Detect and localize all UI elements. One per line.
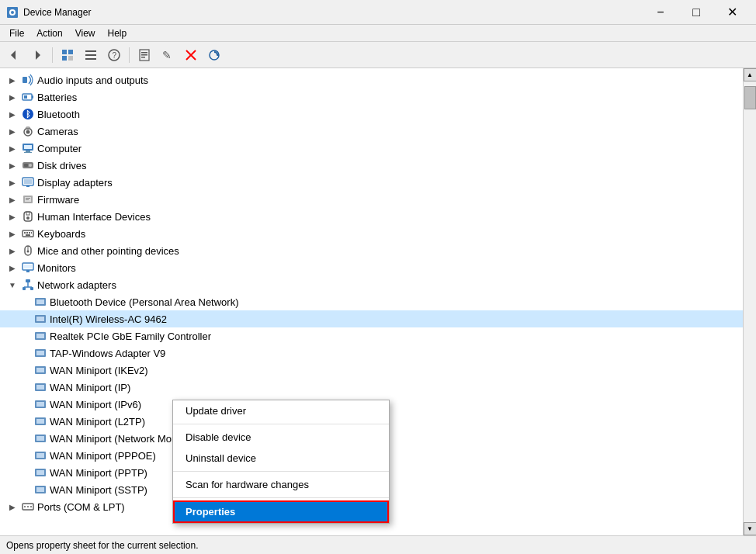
tree-item-cameras[interactable]: ▶ Cameras: [0, 123, 743, 140]
close-button[interactable]: ✕: [714, 0, 750, 25]
expand-bt-device: [19, 296, 31, 308]
svg-rect-62: [26, 279, 30, 282]
svg-point-49: [26, 216, 29, 220]
vertical-scrollbar[interactable]: ▲ ▼: [743, 68, 756, 535]
expand-wan-l2tp: [19, 415, 31, 428]
toolbar-back[interactable]: [3, 44, 25, 66]
svg-rect-73: [36, 334, 44, 338]
maximize-button[interactable]: □: [678, 0, 714, 25]
menu-view[interactable]: View: [69, 26, 102, 40]
svg-rect-51: [24, 232, 26, 234]
expand-mice[interactable]: ▶: [6, 244, 19, 257]
scroll-thumb[interactable]: [744, 86, 756, 109]
tree-item-display[interactable]: ▶ Display adapters: [0, 174, 743, 191]
ctx-disable-device[interactable]: Disable device: [173, 427, 389, 448]
device-tree[interactable]: ▶ Audio inputs and outputs ▶ Batteries ▶…: [0, 68, 743, 535]
toolbar-update[interactable]: ✎: [157, 44, 179, 66]
label-computer: Computer: [37, 143, 81, 154]
menu-action[interactable]: Action: [30, 26, 68, 40]
ctx-uninstall-device[interactable]: Uninstall device: [173, 448, 389, 469]
icon-wan-l2tp: [33, 414, 47, 428]
icon-bluetooth: ᛒ: [21, 107, 35, 121]
expand-display[interactable]: ▶: [6, 176, 19, 189]
toolbar-properties[interactable]: [134, 44, 155, 66]
expand-realtek: [19, 330, 31, 342]
scroll-up-button[interactable]: ▲: [744, 68, 757, 81]
svg-rect-79: [36, 385, 44, 390]
expand-ports[interactable]: ▶: [6, 500, 19, 513]
tree-item-computer[interactable]: ▶ Computer: [0, 140, 743, 157]
toolbar-tree[interactable]: [57, 44, 78, 66]
toolbar-uninstall[interactable]: [180, 44, 202, 66]
tree-item-hid[interactable]: ▶ Human Interface Devices: [0, 208, 743, 225]
toolbar-scan[interactable]: [203, 44, 225, 66]
svg-point-2: [11, 11, 14, 14]
svg-rect-17: [141, 57, 145, 58]
expand-monitors[interactable]: ▶: [6, 261, 19, 274]
expand-keyboards[interactable]: ▶: [6, 227, 19, 240]
app-icon: [6, 6, 19, 19]
svg-rect-6: [68, 50, 73, 54]
expand-computer[interactable]: ▶: [6, 142, 19, 154]
svg-rect-52: [26, 232, 28, 234]
toolbar-list[interactable]: [80, 44, 102, 66]
tree-item-wan-ip[interactable]: WAN Miniport (IP): [0, 379, 743, 396]
toolbar-forward[interactable]: [26, 44, 48, 66]
expand-audio[interactable]: ▶: [6, 74, 19, 86]
tree-item-monitors[interactable]: ▶ Monitors: [0, 259, 743, 276]
ctx-update-driver[interactable]: Update driver: [173, 400, 389, 421]
icon-intel-wireless: [33, 312, 47, 326]
tree-item-mice[interactable]: ▶ Mice and other pointing devices: [0, 242, 743, 259]
tree-item-firmware[interactable]: ▶ Firmware: [0, 191, 743, 208]
toolbar: ? ✎: [0, 42, 756, 68]
toolbar-help[interactable]: ?: [103, 44, 125, 66]
svg-text:✎: ✎: [162, 49, 172, 61]
svg-rect-77: [36, 368, 44, 372]
expand-hid[interactable]: ▶: [6, 210, 19, 223]
label-bluetooth: Bluetooth: [37, 109, 80, 120]
svg-rect-69: [36, 300, 44, 304]
label-display: Display adapters: [37, 177, 113, 189]
tree-item-bt-device[interactable]: Bluetooth Device (Personal Area Network): [0, 293, 743, 310]
tree-item-keyboards[interactable]: ▶ Keyboards: [0, 225, 743, 242]
icon-audio: [21, 73, 35, 87]
svg-marker-3: [11, 50, 16, 60]
expand-network[interactable]: ▼: [6, 279, 19, 291]
tree-item-realtek[interactable]: Realtek PCIe GbE Family Controller: [0, 327, 743, 345]
ctx-sep1: [173, 424, 389, 424]
expand-firmware[interactable]: ▶: [6, 193, 19, 206]
tree-item-disk[interactable]: ▶ Disk drives: [0, 157, 743, 174]
svg-rect-54: [31, 232, 32, 234]
expand-bluetooth[interactable]: ▶: [6, 108, 19, 120]
expand-disk[interactable]: ▶: [6, 159, 19, 171]
ctx-properties[interactable]: Properties: [173, 500, 389, 523]
expand-cameras[interactable]: ▶: [6, 125, 19, 137]
label-wan-ik: WAN Miniport (IKEv2): [50, 365, 148, 376]
expand-wan-ipv6: [19, 398, 31, 410]
tree-item-tap[interactable]: TAP-Windows Adapter V9: [0, 345, 743, 362]
tree-item-batteries[interactable]: ▶ Batteries: [0, 88, 743, 106]
tree-item-network[interactable]: ▼ Network adapters: [0, 276, 743, 293]
label-realtek: Realtek PCIe GbE Family Controller: [50, 331, 211, 342]
label-bt-device: Bluetooth Device (Personal Area Network): [50, 296, 239, 308]
ctx-scan-hardware[interactable]: Scan for hardware changes: [173, 474, 389, 495]
icon-computer: [21, 141, 35, 155]
tree-item-wan-ik[interactable]: WAN Miniport (IKEv2): [0, 362, 743, 379]
menu-help[interactable]: Help: [102, 26, 134, 40]
icon-wan-ip: [33, 380, 47, 394]
svg-marker-4: [36, 50, 40, 60]
svg-rect-23: [23, 77, 27, 83]
icon-cameras: [21, 124, 35, 138]
tree-item-audio[interactable]: ▶ Audio inputs and outputs: [0, 71, 743, 88]
menu-file[interactable]: File: [3, 26, 30, 40]
expand-batteries[interactable]: ▶: [6, 91, 19, 103]
svg-rect-35: [26, 151, 30, 152]
icon-wan-pptp: [33, 466, 47, 480]
minimize-button[interactable]: −: [643, 0, 678, 25]
tree-item-bluetooth[interactable]: ▶ ᛒ Bluetooth: [0, 106, 743, 123]
svg-rect-10: [85, 54, 96, 56]
scroll-down-button[interactable]: ▼: [744, 522, 757, 535]
svg-rect-45: [26, 198, 30, 199]
tree-item-intel-wireless[interactable]: Intel(R) Wireless-AC 9462: [0, 310, 743, 327]
window-title: Device Manager: [23, 7, 643, 18]
